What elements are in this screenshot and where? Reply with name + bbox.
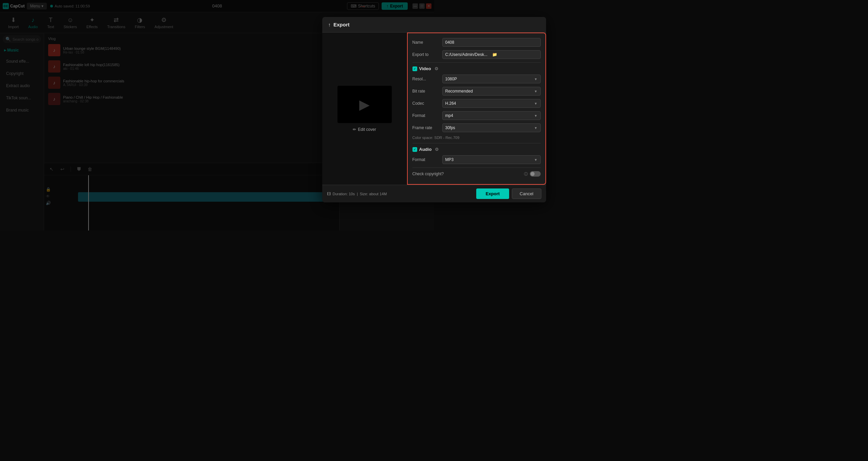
audio-section-toggle[interactable]: ✓ Audio ⚙	[412, 147, 435, 152]
edit-cover-label: Edit cover	[358, 127, 376, 132]
modal-body: ▶ ✏ Edit cover Name Export to	[322, 33, 435, 185]
audio-format-row: Format MP3 ▼	[412, 155, 435, 164]
cover-preview-panel: ▶ ✏ Edit cover	[322, 33, 407, 185]
video-section-toggle[interactable]: ✓ Video ⚙	[412, 66, 435, 71]
modal-overlay: ↑ Export ▶ ✏ Edit cover Name	[0, 0, 434, 230]
separator: |	[357, 192, 358, 196]
film-icon: 🎞	[327, 192, 331, 196]
audio-checkbox[interactable]: ✓	[412, 147, 417, 152]
name-label: Name	[412, 40, 435, 45]
video-checkbox[interactable]: ✓	[412, 66, 417, 71]
cover-preview-image: ▶	[337, 86, 392, 123]
divider	[412, 143, 435, 143]
duration-text: Duration: 10s	[333, 192, 355, 196]
name-row: Name	[412, 38, 435, 47]
audio-format-label: Format	[412, 157, 435, 162]
cover-placeholder: ▶	[359, 97, 370, 112]
modal-header: ↑ Export	[322, 17, 435, 33]
export-modal: ↑ Export ▶ ✏ Edit cover Name	[322, 17, 435, 202]
modal-footer: 🎞 Duration: 10s | Size: about 14M Export…	[322, 185, 435, 202]
footer-info: 🎞 Duration: 10s | Size: about 14M	[327, 192, 387, 196]
codec-row: Codec H.264 ▼	[412, 99, 435, 108]
codec-label: Codec	[412, 101, 435, 106]
format-label: Format	[412, 113, 435, 118]
bitrate-label: Bit rate	[412, 89, 435, 94]
framerate-label: Frame rate	[412, 125, 435, 130]
bitrate-row: Bit rate Recommended ▼	[412, 87, 435, 96]
export-modal-icon: ↑	[328, 22, 331, 27]
export-settings-panel: Name Export to C:/Users/Admin/Desk... 📁 …	[407, 33, 435, 185]
video-section-title: Video	[419, 66, 431, 71]
export-to-row: Export to C:/Users/Admin/Desk... 📁	[412, 50, 435, 59]
pencil-icon: ✏	[353, 127, 356, 132]
resolution-row: Resol... 1080P ▼	[412, 75, 435, 83]
copyright-label: Check copyright?	[412, 172, 435, 176]
format-row: Format mp4 ▼	[412, 111, 435, 120]
copyright-row: Check copyright? ⓘ	[412, 171, 435, 177]
edit-cover-button[interactable]: ✏ Edit cover	[353, 127, 376, 132]
size-text: Size: about 14M	[360, 192, 387, 196]
audio-section-title: Audio	[419, 147, 432, 152]
divider	[412, 167, 435, 168]
export-to-label: Export to	[412, 52, 435, 57]
divider	[412, 62, 435, 63]
color-space-info: Color space: SDR - Rec.709	[412, 136, 435, 140]
modal-title: Export	[333, 22, 350, 27]
framerate-row: Frame rate 30fps ▼	[412, 123, 435, 132]
resolution-label: Resol...	[412, 77, 435, 81]
